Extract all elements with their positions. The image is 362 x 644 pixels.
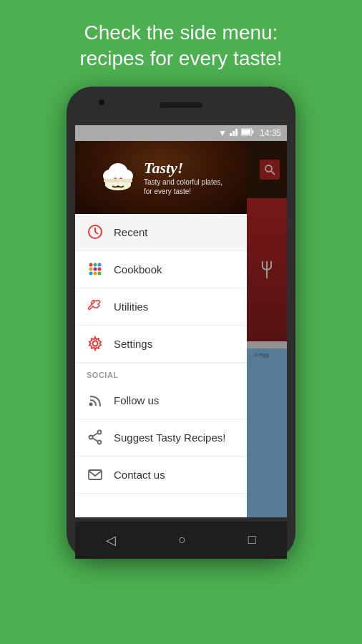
svg-point-23	[94, 263, 97, 267]
svg-point-25	[89, 268, 93, 271]
menu-item-cookbook[interactable]: Cookbook	[75, 251, 247, 288]
nav-bar: ◁ ○ □	[75, 522, 287, 559]
svg-point-27	[98, 268, 102, 271]
phone-camera	[99, 99, 104, 105]
svg-point-33	[98, 431, 102, 434]
menu-label-utilities: Utilities	[114, 301, 148, 313]
rss-icon	[87, 391, 104, 409]
menu-label-contact: Contact us	[114, 469, 165, 481]
phone-speaker	[160, 102, 202, 108]
svg-point-34	[98, 441, 102, 444]
phone-device: ▼ 14:35 ...n egg	[67, 87, 295, 559]
signal-icon	[230, 127, 238, 138]
menu-item-utilities[interactable]: Utilities	[75, 288, 247, 326]
svg-rect-4	[242, 130, 250, 135]
status-bar: ▼ 14:35	[75, 125, 287, 141]
social-section-header: SOCIAL	[75, 363, 247, 382]
grid-icon	[87, 260, 104, 278]
menu-label-cookbook: Cookbook	[114, 263, 162, 275]
drawer-header: ★ ★ Tasty! Tasty and colorful plates,for…	[75, 141, 247, 214]
svg-point-26	[94, 268, 97, 271]
svg-point-29	[94, 272, 97, 275]
menu-item-settings[interactable]: Settings	[75, 326, 247, 363]
status-icons: ▼ 14:35	[218, 127, 281, 138]
menu-label-suggest: Suggest Tasty Recipes!	[114, 431, 225, 444]
wifi-icon: ▼	[218, 128, 227, 138]
svg-rect-2	[235, 129, 238, 136]
svg-point-35	[89, 436, 93, 439]
drawer-menu: Recent	[75, 214, 247, 517]
svg-point-22	[89, 263, 93, 267]
svg-line-36	[92, 433, 98, 436]
chef-hat-icon: ★ ★	[99, 159, 137, 196]
menu-label-settings: Settings	[114, 338, 152, 350]
gear-icon	[87, 335, 104, 352]
home-button[interactable]: ○	[178, 532, 186, 547]
drawer-app-title: Tasty!	[144, 159, 183, 177]
wrench-icon	[87, 298, 104, 315]
clock-icon	[87, 223, 104, 240]
drawer-overlay	[247, 141, 287, 517]
drawer-title-block: Tasty! Tasty and colorful plates,for eve…	[144, 159, 222, 196]
share-icon	[87, 429, 104, 446]
menu-label-recent: Recent	[114, 226, 148, 238]
svg-point-31	[93, 341, 98, 346]
back-button[interactable]: ◁	[106, 532, 116, 548]
envelope-icon	[87, 466, 104, 483]
svg-line-21	[95, 232, 98, 234]
svg-line-37	[92, 438, 98, 441]
svg-rect-5	[252, 131, 253, 134]
drawer-app-subtitle: Tasty and colorful plates,for every tast…	[144, 177, 222, 196]
svg-rect-1	[233, 131, 235, 136]
battery-icon	[241, 128, 254, 137]
status-time: 14:35	[260, 128, 281, 138]
top-heading: Check the side menu:recipes for every ta…	[51, 0, 310, 87]
menu-item-recent[interactable]: Recent	[75, 214, 247, 251]
svg-rect-0	[230, 133, 232, 136]
svg-rect-18	[104, 179, 132, 182]
menu-item-contact[interactable]: Contact us	[75, 457, 247, 494]
side-drawer: ★ ★ Tasty! Tasty and colorful plates,for…	[75, 141, 247, 517]
svg-point-32	[89, 403, 93, 406]
svg-point-30	[98, 272, 102, 275]
recents-button[interactable]: □	[248, 532, 256, 547]
menu-item-follow[interactable]: Follow us	[75, 382, 247, 419]
menu-label-follow: Follow us	[114, 394, 159, 406]
svg-rect-38	[89, 470, 102, 479]
svg-point-24	[98, 263, 102, 267]
phone-screen: ▼ 14:35 ...n egg	[75, 125, 287, 517]
menu-item-suggest[interactable]: Suggest Tasty Recipes!	[75, 419, 247, 457]
svg-point-28	[89, 272, 93, 275]
